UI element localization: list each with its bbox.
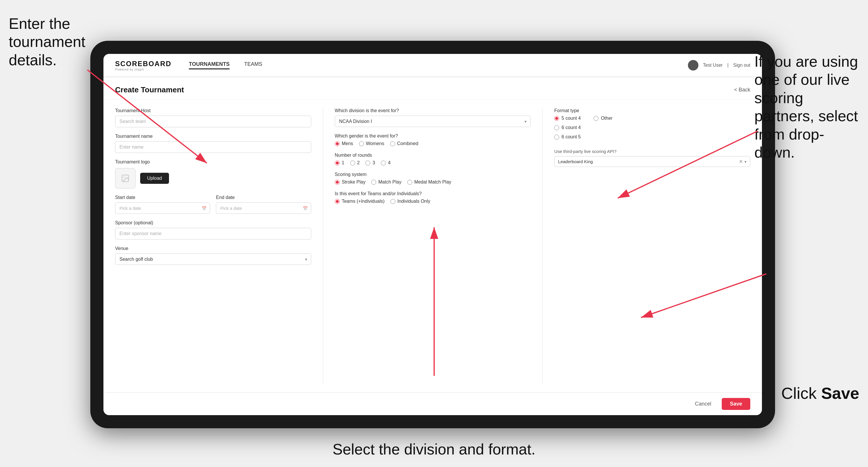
annotation-top-left: Enter the tournament details. [9,14,90,69]
round-1-radio[interactable] [335,160,340,165]
rounds-label: Number of rounds [335,153,531,158]
gender-label: Which gender is the event for? [335,133,531,139]
start-date-input[interactable] [115,203,210,214]
scoring-match[interactable]: Match Play [371,180,401,185]
nav-links: TOURNAMENTS TEAMS [189,61,688,69]
logo-preview [115,168,135,188]
scoring-stroke-radio[interactable] [335,180,340,185]
gender-womens[interactable]: Womens [359,141,384,146]
scoring-medal-match-label: Medal Match Play [414,180,451,185]
format-row-3: 6 count 5 [554,134,750,139]
format-other[interactable]: Other [593,116,613,121]
scoring-medal-match-radio[interactable] [407,180,412,185]
rounds-group: Number of rounds 1 2 3 [335,153,531,165]
tournament-host-input[interactable] [115,116,311,127]
gender-womens-radio[interactable] [359,141,364,146]
venue-select-wrapper: Search golf club [115,253,311,265]
gender-mens[interactable]: Mens [335,141,353,146]
end-date-wrapper [216,203,311,214]
round-3-label: 3 [372,160,375,165]
format-5count4[interactable]: 5 count 4 [554,116,581,121]
venue-group: Venue Search golf club [115,246,311,265]
nav-right: Test User | Sign out [688,60,750,70]
svg-point-1 [124,177,125,178]
form-footer: Cancel Save [103,393,762,415]
event-type-label: Is this event for Teams and/or Individua… [335,191,531,196]
scoring-group: Scoring system Stroke Play Match Play [335,172,531,185]
tournament-name-label: Tournament name [115,134,311,139]
start-date-field: Start date [115,195,210,214]
nav-tournaments[interactable]: TOURNAMENTS [189,61,229,69]
round-4[interactable]: 4 [381,160,391,165]
end-date-input[interactable] [216,203,311,214]
format-type-label: Format type [554,108,750,113]
cancel-button[interactable]: Cancel [689,398,717,410]
save-button[interactable]: Save [722,398,750,410]
col-divider-1 [323,108,323,384]
sponsor-input[interactable] [115,228,311,240]
format-5count4-radio[interactable] [554,116,559,121]
back-button[interactable]: < Back [734,87,750,93]
format-6count5-radio[interactable] [554,134,559,139]
scoring-match-radio[interactable] [371,180,376,185]
round-2-radio[interactable] [350,160,355,165]
gender-combined-label: Combined [397,141,418,146]
tournament-logo-label: Tournament logo [115,159,311,165]
event-individuals-radio[interactable] [391,199,395,204]
format-other-radio[interactable] [593,116,598,121]
start-date-wrapper [115,203,210,214]
annotation-bottom-center: Select the division and format. [333,440,535,458]
scoring-stroke-label: Stroke Play [342,180,366,185]
round-4-radio[interactable] [381,160,386,165]
event-teams[interactable]: Teams (+Individuals) [335,199,384,204]
round-2[interactable]: 2 [350,160,360,165]
live-scoring-toggle-icon[interactable]: ▾ [744,159,746,164]
scoring-stroke[interactable]: Stroke Play [335,180,366,185]
scoring-medal-match[interactable]: Medal Match Play [407,180,451,185]
format-row-1: 5 count 4 Other [554,116,750,121]
format-row-2: 6 count 4 [554,125,750,130]
division-select[interactable]: NCAA Division I NCAA Division II NCAA Di… [335,116,531,127]
end-date-field: End date [216,195,311,214]
tournament-name-input[interactable] [115,141,311,153]
annotation-bottom-right: Click Save [781,383,859,403]
form-col-right: Format type 5 count 4 Other [554,108,750,384]
user-name: Test User [703,63,723,68]
gender-mens-radio[interactable] [335,141,340,146]
end-date-label: End date [216,195,311,200]
start-date-label: Start date [115,195,210,200]
venue-label: Venue [115,246,311,251]
format-6count4[interactable]: 6 count 4 [554,125,581,130]
upload-button[interactable]: Upload [140,173,169,184]
round-4-label: 4 [388,160,391,165]
gender-combined-radio[interactable] [390,141,395,146]
tournament-host-group: Tournament Host [115,108,311,127]
logo-text: SCOREBOARD [115,60,171,68]
round-3[interactable]: 3 [365,160,375,165]
round-1[interactable]: 1 [335,160,344,165]
round-3-radio[interactable] [365,160,370,165]
avatar [688,60,699,70]
tablet-screen: SCOREBOARD Powered by clippit TOURNAMENT… [103,54,762,415]
form-header: Create Tournament < Back [103,77,762,99]
live-scoring-input-wrap[interactable]: Leaderboard King ✕ ▾ [554,156,750,167]
format-options: 5 count 4 Other 6 count 4 [554,116,750,139]
event-individuals-label: Individuals Only [397,199,430,204]
live-scoring-section: Use third-party live scoring API? Leader… [554,149,750,167]
live-scoring-label: Use third-party live scoring API? [554,149,750,154]
scoring-label: Scoring system [335,172,531,177]
signout-link[interactable]: Sign out [733,63,750,68]
format-6count5[interactable]: 6 count 5 [554,134,581,139]
event-teams-radio[interactable] [335,199,340,204]
venue-select[interactable]: Search golf club [115,253,311,265]
image-icon [121,174,130,183]
live-scoring-clear-icon[interactable]: ✕ [739,159,743,164]
form-body: Tournament Host Tournament name Tourname… [103,99,762,393]
format-6count4-radio[interactable] [554,125,559,130]
scoring-match-label: Match Play [378,180,401,185]
gender-mens-label: Mens [342,141,353,146]
gender-combined[interactable]: Combined [390,141,418,146]
nav-teams[interactable]: TEAMS [244,61,262,69]
event-individuals[interactable]: Individuals Only [391,199,430,204]
tournament-host-label: Tournament Host [115,108,311,113]
